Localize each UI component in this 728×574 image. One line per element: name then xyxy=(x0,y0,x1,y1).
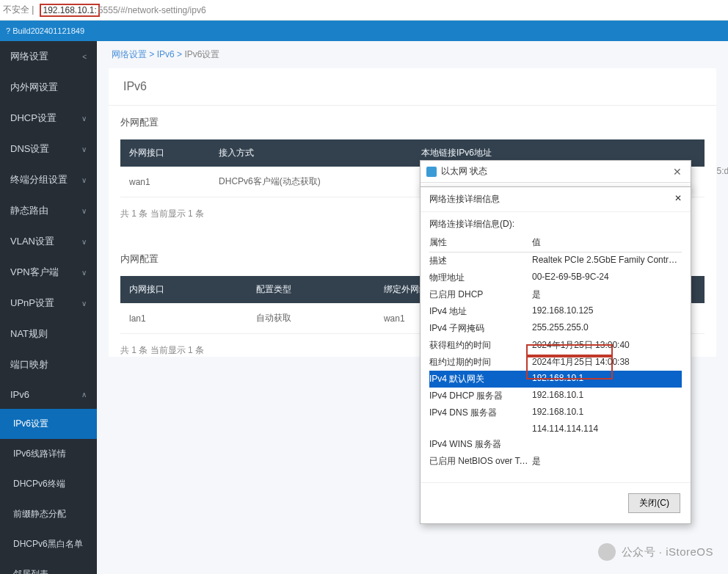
property-row[interactable]: 描述Realtek PCIe 2.5GbE Family Controller xyxy=(429,253,682,269)
properties-header: 属性 值 xyxy=(429,233,682,253)
dialog-title: 以太网 状态 xyxy=(441,165,487,178)
property-value: 是 xyxy=(532,288,682,301)
sidebar-item-network[interactable]: 网络设置< xyxy=(0,41,97,72)
property-value: 192.168.10.1 xyxy=(532,407,682,419)
th-wan-mode: 接入方式 xyxy=(210,139,412,167)
property-row[interactable]: IPv4 DNS 服务器192.168.10.1 xyxy=(429,404,682,421)
property-key: IPv4 DHCP 服务器 xyxy=(429,390,532,402)
sidebar-item-static-route[interactable]: 静态路由∨ xyxy=(0,195,97,226)
property-key: 描述 xyxy=(429,255,532,267)
close-icon[interactable]: ✕ xyxy=(670,166,685,178)
property-row[interactable]: IPv4 WINS 服务器 xyxy=(429,436,682,453)
network-icon xyxy=(426,167,437,177)
wechat-icon xyxy=(598,543,616,561)
chevron-down-icon: ∨ xyxy=(81,207,87,215)
sidebar-item-wan-lan[interactable]: 内外网设置 xyxy=(0,72,97,103)
sidebar: 网络设置< 内外网设置 DHCP设置∨ DNS设置∨ 终端分组设置∨ 静态路由∨… xyxy=(0,41,97,574)
property-key: 租约过期的时间 xyxy=(429,356,532,368)
th-lan-if: 内网接口 xyxy=(120,276,247,303)
chevron-down-icon: ∨ xyxy=(81,238,87,246)
watermark-text: 公众号 · iStoreOS xyxy=(622,545,713,559)
chevron-down-icon: ∨ xyxy=(81,176,87,184)
dialog-titlebar[interactable]: 网络连接详细信息 ✕ xyxy=(421,187,691,212)
property-row[interactable]: 物理地址00-E2-69-5B-9C-24 xyxy=(429,269,682,286)
sidebar-item-dns[interactable]: DNS设置∨ xyxy=(0,134,97,164)
chevron-down-icon: ∨ xyxy=(81,299,87,308)
sidebar-item-upnp[interactable]: UPnP设置∨ xyxy=(0,288,97,319)
cell-wan-mode: DHCPv6客户端(动态获取) xyxy=(210,167,412,197)
crumb-1[interactable]: 网络设置 xyxy=(112,49,147,59)
dialog-footer: 关闭(C) xyxy=(421,482,691,523)
property-key xyxy=(429,424,532,434)
sidebar-item-ipv6[interactable]: IPv6∧ xyxy=(0,380,97,409)
insecure-label: 不安全 | xyxy=(3,4,34,16)
dialog-title: 网络连接详细信息 xyxy=(429,193,500,206)
chevron-down-icon: ∨ xyxy=(81,269,87,277)
url-ip-highlight: 192.168.10.1: xyxy=(40,4,99,17)
close-button[interactable]: 关闭(C) xyxy=(628,493,680,513)
watermark: 公众号 · iStoreOS xyxy=(598,543,713,561)
property-value: 192.168.10.125 xyxy=(532,305,682,318)
browser-url-bar: 不安全 | 192.168.10.1: 5555/#/network-setti… xyxy=(0,0,728,21)
sidebar-item-terminal-group[interactable]: 终端分组设置∨ xyxy=(0,164,97,195)
sidebar-sub-neighbor[interactable]: 邻居列表 xyxy=(0,559,97,574)
sidebar-item-nat[interactable]: NAT规则 xyxy=(0,319,97,349)
sidebar-sub-prefix-static[interactable]: 前缀静态分配 xyxy=(0,499,97,529)
build-version: ? Build202401121849 xyxy=(6,26,84,35)
property-row[interactable]: 114.114.114.114 xyxy=(429,421,682,436)
property-row[interactable]: IPv4 子网掩码255.255.255.0 xyxy=(429,320,682,337)
property-row[interactable]: IPv4 地址192.168.10.125 xyxy=(429,303,682,320)
highlight-box-lease-expire xyxy=(526,344,613,356)
dialog-titlebar[interactable]: 以太网 状态 ✕ xyxy=(421,161,691,183)
property-row[interactable]: IPv4 DHCP 服务器192.168.10.1 xyxy=(429,388,682,404)
sidebar-item-vlan[interactable]: VLAN设置∨ xyxy=(0,226,97,257)
sidebar-item-vpn[interactable]: VPN客户端∨ xyxy=(0,257,97,288)
col-property: 属性 xyxy=(429,236,532,249)
page-title: IPv6 xyxy=(109,68,716,106)
sidebar-sub-ipv6-line[interactable]: IPv6线路详情 xyxy=(0,439,97,469)
cell-lan-if: lan1 xyxy=(120,303,247,334)
property-key: IPv4 默认网关 xyxy=(429,373,532,385)
property-key: 获得租约的时间 xyxy=(429,339,532,352)
wan-section-label: 外网配置 xyxy=(120,106,716,139)
property-key: 已启用 DHCP xyxy=(429,288,532,301)
ipv6-fragment: 5:d838:b0ce: xyxy=(717,166,728,176)
url-path: 5555/#/network-setting/ipv6 xyxy=(98,5,206,15)
chevron-up-icon: ∧ xyxy=(81,390,87,399)
crumb-3: IPv6设置 xyxy=(184,49,219,59)
property-key: IPv4 WINS 服务器 xyxy=(429,438,532,451)
th-lan-conf: 配置类型 xyxy=(247,276,374,303)
property-row[interactable]: 已启用 DHCP是 xyxy=(429,286,682,303)
property-key: IPv4 地址 xyxy=(429,305,532,318)
build-info-bar: ? Build202401121849 xyxy=(0,21,728,41)
col-value: 值 xyxy=(532,236,541,249)
properties-label: 网络连接详细信息(D): xyxy=(429,218,682,230)
close-icon[interactable]: ✕ xyxy=(674,193,682,206)
properties-panel: 网络连接详细信息(D): 属性 值 描述Realtek PCIe 2.5GbE … xyxy=(421,212,691,482)
sidebar-item-port-map[interactable]: 端口映射 xyxy=(0,349,97,380)
chevron-down-icon: ∨ xyxy=(81,115,87,123)
sidebar-item-dhcp[interactable]: DHCP设置∨ xyxy=(0,103,97,134)
property-key: 物理地址 xyxy=(429,272,532,284)
property-value: 是 xyxy=(532,455,682,465)
cell-lan-conf: 自动获取 xyxy=(247,303,374,334)
th-wan-if: 外网接口 xyxy=(120,139,210,167)
property-row[interactable]: 已启用 NetBIOS over Tcpip是 xyxy=(429,453,682,465)
property-value xyxy=(532,438,682,451)
sidebar-sub-dhcpv6-clients[interactable]: DHCPv6终端 xyxy=(0,469,97,499)
sidebar-sub-ipv6-settings[interactable]: IPv6设置 xyxy=(0,409,97,439)
network-details-dialog[interactable]: 网络连接详细信息 ✕ 网络连接详细信息(D): 属性 值 描述Realtek P… xyxy=(420,186,691,524)
property-value: 114.114.114.114 xyxy=(532,424,682,434)
breadcrumb: 网络设置 > IPv6 > IPv6设置 xyxy=(97,41,728,68)
chevron-down-icon: ∨ xyxy=(81,145,87,153)
highlight-box-gateway xyxy=(526,356,613,379)
property-value: 255.255.255.0 xyxy=(532,322,682,335)
property-value: 00-E2-69-5B-9C-24 xyxy=(532,272,682,284)
crumb-2[interactable]: IPv6 xyxy=(157,49,175,59)
sidebar-sub-dhcpv6-acl[interactable]: DHCPv6黑白名单 xyxy=(0,529,97,559)
property-key: IPv4 DNS 服务器 xyxy=(429,407,532,419)
property-value: Realtek PCIe 2.5GbE Family Controller xyxy=(532,255,682,267)
cell-wan-if: wan1 xyxy=(120,167,210,197)
property-key: IPv4 子网掩码 xyxy=(429,322,532,335)
property-key: 已启用 NetBIOS over Tcpip xyxy=(429,455,532,465)
